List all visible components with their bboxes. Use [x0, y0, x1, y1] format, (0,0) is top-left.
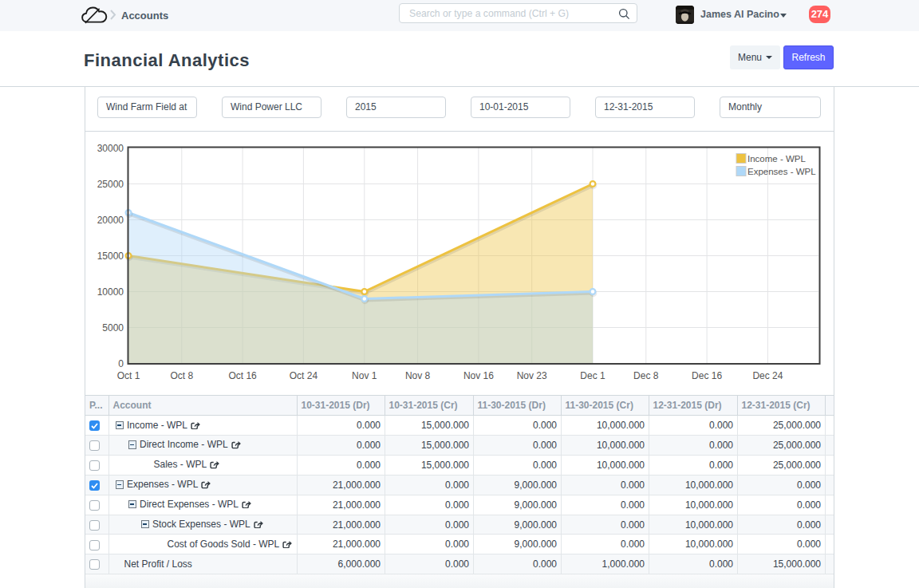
svg-text:10000: 10000 [97, 286, 124, 298]
svg-text:Dec 1: Dec 1 [580, 370, 605, 381]
svg-text:5000: 5000 [102, 322, 124, 333]
svg-text:Oct 16: Oct 16 [228, 370, 257, 381]
svg-text:0: 0 [118, 358, 124, 369]
svg-text:Dec 8: Dec 8 [633, 370, 659, 381]
svg-text:Nov 8: Nov 8 [405, 370, 431, 381]
svg-text:15000: 15000 [97, 251, 124, 262]
svg-text:30000: 30000 [97, 143, 124, 154]
svg-text:Oct 8: Oct 8 [170, 370, 193, 381]
svg-text:Dec 16: Dec 16 [692, 370, 722, 381]
svg-text:20000: 20000 [97, 215, 124, 226]
svg-text:Oct 1: Oct 1 [117, 370, 140, 381]
svg-text:Dec 24: Dec 24 [752, 370, 783, 381]
svg-text:Oct 24: Oct 24 [290, 370, 318, 381]
svg-text:Nov 16: Nov 16 [463, 370, 494, 381]
svg-text:25000: 25000 [97, 179, 124, 190]
svg-text:Nov 1: Nov 1 [352, 370, 377, 381]
svg-text:Income - WPL: Income - WPL [747, 154, 806, 164]
svg-text:Nov 23: Nov 23 [517, 370, 547, 381]
svg-text:Expenses - WPL: Expenses - WPL [747, 167, 816, 176]
